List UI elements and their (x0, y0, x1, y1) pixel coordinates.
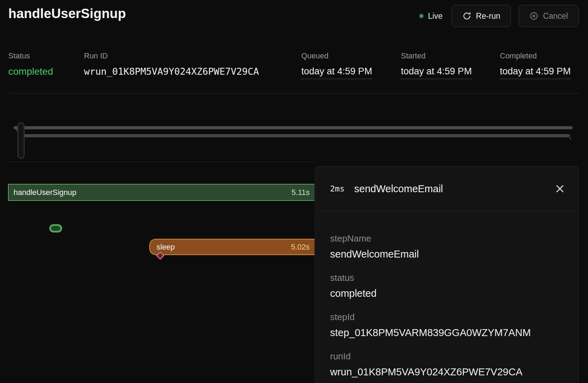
refresh-icon (462, 11, 471, 21)
live-indicator[interactable]: Live (419, 11, 443, 21)
panel-step-duration: 2ms (330, 184, 345, 193)
page-title: handleUserSignup (8, 6, 126, 21)
span-duration: 5.02s (291, 243, 310, 252)
header-divider (8, 93, 580, 93)
field-status: status completed (330, 272, 563, 300)
field-label: stepId (330, 311, 563, 323)
completed-value[interactable]: today at 4:59 PM (500, 66, 571, 79)
field-stepName: stepName sendWelcomeEmail (330, 233, 563, 261)
queued-value[interactable]: today at 4:59 PM (301, 66, 372, 79)
panel-body: stepName sendWelcomeEmail status complet… (315, 211, 578, 378)
span-duration: 5.11s (292, 188, 310, 197)
field-label: runId (330, 351, 563, 362)
live-dot-icon (419, 14, 423, 18)
field-label: status (330, 272, 563, 284)
close-icon (555, 184, 565, 194)
minimap-tick (570, 137, 571, 139)
cancel-label: Cancel (543, 11, 568, 21)
completed-label: Completed (500, 51, 571, 60)
status-value: completed (8, 66, 53, 77)
minimap-span-root (14, 126, 573, 129)
meta-completed: Completed today at 4:59 PM (500, 51, 571, 79)
panel-step-title: sendWelcomeEmail (354, 183, 443, 195)
field-label: stepName (330, 233, 563, 244)
span-bar-handleUserSignup[interactable]: handleUserSignup 5.11s (8, 184, 314, 201)
rerun-label: Re-run (476, 11, 500, 21)
step-detail-panel: 2ms sendWelcomeEmail stepName sendWelcom… (315, 166, 579, 383)
meta-queued: Queued today at 4:59 PM (301, 51, 372, 79)
meta-run-id: Run ID wrun_01K8PM5VA9Y024XZ6PWE7V29CA (84, 51, 259, 77)
waterfall-divider (8, 162, 314, 162)
live-label: Live (428, 11, 443, 21)
rerun-button[interactable]: Re-run (452, 5, 511, 27)
minimap-span-sleep (20, 134, 570, 137)
meta-status: Status completed (8, 51, 53, 77)
meta-started: Started today at 4:59 PM (401, 51, 472, 79)
header-actions: Live Re-run Cancel (419, 5, 579, 27)
status-label: Status (8, 51, 53, 60)
field-value: completed (330, 287, 563, 300)
field-value: wrun_01K8PM5VA9Y024XZ6PWE7V29CA (330, 365, 563, 378)
started-label: Started (401, 51, 472, 60)
panel-header: 2ms sendWelcomeEmail (315, 166, 578, 211)
field-stepId: stepId step_01K8PM5VARM839GGA0WZYM7ANM (330, 311, 563, 339)
span-bar-sleep[interactable]: sleep 5.02s (149, 239, 314, 255)
run-id-label: Run ID (84, 51, 259, 60)
span-bar-sendWelcomeEmail[interactable] (49, 224, 62, 233)
circle-x-icon (529, 11, 538, 21)
field-value: sendWelcomeEmail (330, 247, 563, 261)
workflow-run-page: handleUserSignup Live Re-run Cancel (0, 0, 588, 383)
field-value: step_01K8PM5VARM839GGA0WZYM7ANM (330, 326, 563, 339)
run-id-value: wrun_01K8PM5VA9Y024XZ6PWE7V29CA (84, 66, 259, 77)
cancel-button[interactable]: Cancel (519, 5, 579, 27)
minimap-brush-handle[interactable] (17, 122, 25, 159)
started-value[interactable]: today at 4:59 PM (401, 66, 472, 79)
span-name: handleUserSignup (14, 188, 76, 197)
span-name: sleep (157, 243, 175, 252)
field-runId: runId wrun_01K8PM5VA9Y024XZ6PWE7V29CA (330, 351, 563, 378)
panel-close-button[interactable] (552, 181, 568, 197)
queued-label: Queued (301, 51, 372, 60)
